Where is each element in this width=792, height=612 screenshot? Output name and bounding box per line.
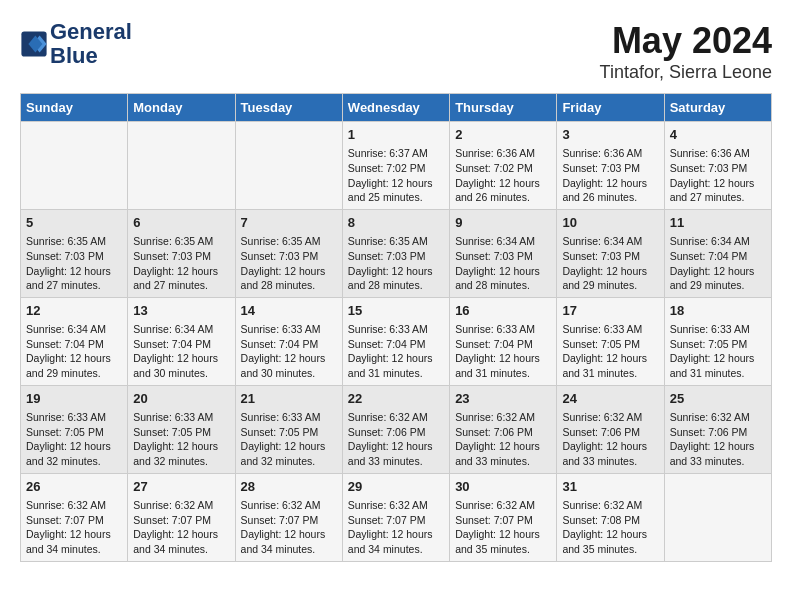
day-info: Daylight: 12 hours <box>348 264 444 279</box>
day-number: 15 <box>348 302 444 320</box>
day-info: Sunrise: 6:35 AM <box>26 234 122 249</box>
day-number: 18 <box>670 302 766 320</box>
day-info: Sunset: 7:06 PM <box>348 425 444 440</box>
day-info: and 35 minutes. <box>455 542 551 557</box>
day-info: Daylight: 12 hours <box>133 351 229 366</box>
day-info: Sunset: 7:04 PM <box>670 249 766 264</box>
day-info: Daylight: 12 hours <box>562 176 658 191</box>
day-number: 5 <box>26 214 122 232</box>
day-number: 4 <box>670 126 766 144</box>
day-number: 23 <box>455 390 551 408</box>
day-info: Sunset: 7:04 PM <box>455 337 551 352</box>
day-info: and 29 minutes. <box>670 278 766 293</box>
calendar-cell: 8Sunrise: 6:35 AMSunset: 7:03 PMDaylight… <box>342 209 449 297</box>
day-info: Sunset: 7:07 PM <box>241 513 337 528</box>
day-number: 17 <box>562 302 658 320</box>
day-number: 20 <box>133 390 229 408</box>
day-header-sunday: Sunday <box>21 94 128 122</box>
day-number: 8 <box>348 214 444 232</box>
day-number: 1 <box>348 126 444 144</box>
day-info: and 30 minutes. <box>241 366 337 381</box>
calendar-cell: 14Sunrise: 6:33 AMSunset: 7:04 PMDayligh… <box>235 297 342 385</box>
day-info: Daylight: 12 hours <box>670 439 766 454</box>
week-row-1: 1Sunrise: 6:37 AMSunset: 7:02 PMDaylight… <box>21 122 772 210</box>
calendar-cell: 16Sunrise: 6:33 AMSunset: 7:04 PMDayligh… <box>450 297 557 385</box>
week-row-5: 26Sunrise: 6:32 AMSunset: 7:07 PMDayligh… <box>21 473 772 561</box>
calendar-table: SundayMondayTuesdayWednesdayThursdayFrid… <box>20 93 772 562</box>
day-number: 28 <box>241 478 337 496</box>
location-subtitle: Tintafor, Sierra Leone <box>600 62 772 83</box>
day-info: Sunset: 7:03 PM <box>562 249 658 264</box>
day-info: and 31 minutes. <box>348 366 444 381</box>
day-info: Sunset: 7:07 PM <box>133 513 229 528</box>
day-info: Sunset: 7:05 PM <box>670 337 766 352</box>
day-info: Sunrise: 6:34 AM <box>26 322 122 337</box>
day-info: Sunrise: 6:32 AM <box>133 498 229 513</box>
day-info: Daylight: 12 hours <box>241 351 337 366</box>
calendar-cell: 17Sunrise: 6:33 AMSunset: 7:05 PMDayligh… <box>557 297 664 385</box>
day-info: Daylight: 12 hours <box>562 351 658 366</box>
day-info: Sunset: 7:06 PM <box>455 425 551 440</box>
day-number: 3 <box>562 126 658 144</box>
day-info: Daylight: 12 hours <box>241 527 337 542</box>
header-area: General Blue May 2024 Tintafor, Sierra L… <box>20 20 772 83</box>
calendar-cell: 12Sunrise: 6:34 AMSunset: 7:04 PMDayligh… <box>21 297 128 385</box>
day-header-wednesday: Wednesday <box>342 94 449 122</box>
day-info: Daylight: 12 hours <box>241 439 337 454</box>
day-info: Sunrise: 6:34 AM <box>455 234 551 249</box>
day-info: Sunset: 7:07 PM <box>348 513 444 528</box>
month-year-title: May 2024 <box>600 20 772 62</box>
calendar-cell: 19Sunrise: 6:33 AMSunset: 7:05 PMDayligh… <box>21 385 128 473</box>
day-info: Daylight: 12 hours <box>670 264 766 279</box>
day-info: and 27 minutes. <box>26 278 122 293</box>
calendar-cell: 3Sunrise: 6:36 AMSunset: 7:03 PMDaylight… <box>557 122 664 210</box>
day-info: Sunrise: 6:35 AM <box>133 234 229 249</box>
day-info: Sunset: 7:07 PM <box>26 513 122 528</box>
day-header-saturday: Saturday <box>664 94 771 122</box>
day-header-monday: Monday <box>128 94 235 122</box>
day-info: Daylight: 12 hours <box>562 264 658 279</box>
day-info: and 31 minutes. <box>670 366 766 381</box>
calendar-cell: 2Sunrise: 6:36 AMSunset: 7:02 PMDaylight… <box>450 122 557 210</box>
day-info: Sunrise: 6:33 AM <box>348 322 444 337</box>
day-number: 11 <box>670 214 766 232</box>
day-info: Sunset: 7:03 PM <box>133 249 229 264</box>
calendar-cell: 31Sunrise: 6:32 AMSunset: 7:08 PMDayligh… <box>557 473 664 561</box>
day-info: and 29 minutes. <box>26 366 122 381</box>
day-info: Daylight: 12 hours <box>348 351 444 366</box>
day-number: 2 <box>455 126 551 144</box>
day-info: Daylight: 12 hours <box>455 439 551 454</box>
day-info: Sunrise: 6:33 AM <box>241 322 337 337</box>
calendar-cell: 11Sunrise: 6:34 AMSunset: 7:04 PMDayligh… <box>664 209 771 297</box>
day-number: 31 <box>562 478 658 496</box>
calendar-cell: 5Sunrise: 6:35 AMSunset: 7:03 PMDaylight… <box>21 209 128 297</box>
day-info: Daylight: 12 hours <box>455 527 551 542</box>
day-header-thursday: Thursday <box>450 94 557 122</box>
day-info: Sunset: 7:06 PM <box>562 425 658 440</box>
calendar-cell: 10Sunrise: 6:34 AMSunset: 7:03 PMDayligh… <box>557 209 664 297</box>
day-info: Sunset: 7:03 PM <box>670 161 766 176</box>
calendar-cell: 9Sunrise: 6:34 AMSunset: 7:03 PMDaylight… <box>450 209 557 297</box>
day-info: Daylight: 12 hours <box>348 176 444 191</box>
day-number: 27 <box>133 478 229 496</box>
day-info: Daylight: 12 hours <box>670 351 766 366</box>
day-header-tuesday: Tuesday <box>235 94 342 122</box>
day-info: Sunrise: 6:32 AM <box>455 498 551 513</box>
calendar-cell: 6Sunrise: 6:35 AMSunset: 7:03 PMDaylight… <box>128 209 235 297</box>
day-info: Daylight: 12 hours <box>133 439 229 454</box>
calendar-cell <box>235 122 342 210</box>
day-headers-row: SundayMondayTuesdayWednesdayThursdayFrid… <box>21 94 772 122</box>
day-info: Sunset: 7:04 PM <box>241 337 337 352</box>
day-number: 29 <box>348 478 444 496</box>
day-info: and 28 minutes. <box>348 278 444 293</box>
day-info: and 34 minutes. <box>26 542 122 557</box>
day-info: Sunset: 7:03 PM <box>348 249 444 264</box>
day-info: and 27 minutes. <box>133 278 229 293</box>
day-info: Daylight: 12 hours <box>133 527 229 542</box>
week-row-2: 5Sunrise: 6:35 AMSunset: 7:03 PMDaylight… <box>21 209 772 297</box>
day-info: and 25 minutes. <box>348 190 444 205</box>
day-info: and 28 minutes. <box>455 278 551 293</box>
day-info: Sunset: 7:03 PM <box>455 249 551 264</box>
day-info: Daylight: 12 hours <box>562 439 658 454</box>
logo: General Blue <box>20 20 132 68</box>
